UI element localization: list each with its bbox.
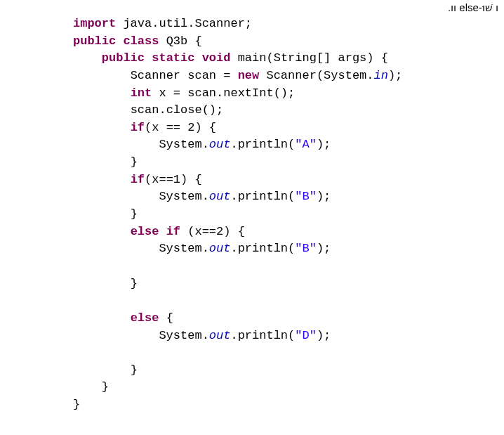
code-line: else { (73, 311, 173, 325)
code-line: } (73, 380, 109, 394)
keyword-public: public (102, 51, 145, 65)
indent (73, 155, 131, 169)
code-line: else if (x==2) { (73, 225, 245, 238)
code-text: ); (317, 190, 331, 203)
indent (73, 86, 131, 100)
code-text: } (131, 207, 138, 221)
indent (73, 225, 131, 238)
field-out: out (209, 138, 231, 151)
page-header-fragment: .וו else-ו שׁוּ (448, 0, 498, 15)
code-text: .println( (230, 329, 295, 342)
code-text: Scanner(System. (259, 69, 373, 82)
code-line: if(x == 2) { (73, 121, 216, 134)
field-out: out (209, 242, 231, 255)
indent (73, 363, 131, 377)
code-text: (x==2) { (180, 225, 245, 238)
code-block: import java.util.Scanner; public class Q… (0, 0, 504, 414)
keyword-if: if (131, 121, 145, 134)
code-text (116, 34, 123, 48)
code-text: System. (159, 329, 208, 342)
keyword-int: int (131, 86, 152, 100)
code-text: ); (317, 242, 331, 255)
indent (73, 207, 131, 221)
code-text: } (131, 277, 138, 290)
string-literal: "A" (295, 138, 317, 151)
indent (73, 277, 131, 290)
keyword-void: void (202, 51, 231, 65)
code-text: } (73, 398, 80, 411)
code-text: { (159, 311, 173, 325)
code-line: System.out.println("D"); (73, 329, 331, 342)
code-text: System. (159, 242, 208, 255)
indent (73, 242, 159, 255)
code-line: } (73, 155, 138, 169)
code-text: (x==1) { (145, 173, 202, 186)
keyword-static: static (152, 51, 194, 65)
code-text: ); (317, 329, 331, 342)
indent (73, 69, 131, 82)
string-literal: "D" (295, 329, 317, 342)
code-line: public class Q3b { (73, 34, 202, 48)
field-out: out (209, 190, 231, 203)
code-text: .println( (230, 190, 295, 203)
code-text: x = scan.nextInt(); (152, 86, 295, 100)
field-in: in (374, 69, 388, 82)
code-text: java.util.Scanner; (116, 17, 252, 30)
code-line: } (73, 207, 138, 221)
indent (73, 190, 159, 203)
code-line: } (73, 277, 138, 290)
code-text: Scanner scan = (131, 69, 238, 82)
code-text: } (131, 363, 138, 377)
code-text: Q3b { (159, 34, 201, 48)
string-literal: "B" (295, 242, 317, 255)
code-text: main(String[] args) { (230, 51, 387, 65)
indent (73, 103, 131, 117)
code-line: } (73, 363, 138, 377)
keyword-import: import (73, 17, 116, 30)
keyword-else: else (131, 311, 159, 325)
code-line: public static void main(String[] args) { (73, 51, 388, 65)
indent (73, 380, 102, 394)
code-line: if(x==1) { (73, 173, 202, 186)
code-line: Scanner scan = new Scanner(System.in); (73, 69, 402, 82)
code-text (194, 51, 201, 65)
code-text: System. (159, 190, 208, 203)
indent (73, 121, 131, 134)
keyword-if: if (131, 173, 145, 186)
keyword-public: public (73, 34, 116, 48)
code-line: } (73, 398, 80, 411)
code-line: import java.util.Scanner; (73, 17, 252, 30)
code-line: System.out.println("A"); (73, 138, 331, 151)
indent (73, 51, 102, 65)
indent (73, 173, 131, 186)
code-text: .println( (230, 138, 295, 151)
code-text: ); (388, 69, 402, 82)
code-text: System. (159, 138, 208, 151)
code-text: (x == 2) { (145, 121, 216, 134)
code-text: .println( (230, 242, 295, 255)
keyword-if: if (166, 225, 180, 238)
code-text: scan.close(); (131, 103, 224, 117)
code-line: scan.close(); (73, 103, 223, 117)
keyword-class: class (123, 34, 159, 48)
code-text: ); (317, 138, 331, 151)
keyword-else: else (131, 225, 159, 238)
keyword-new: new (238, 69, 260, 82)
code-line: int x = scan.nextInt(); (73, 86, 295, 100)
code-text: } (131, 155, 138, 169)
code-text (159, 225, 166, 238)
field-out: out (209, 329, 231, 342)
code-text: } (102, 380, 109, 394)
code-line: System.out.println("B"); (73, 242, 331, 255)
indent (73, 311, 131, 325)
indent (73, 329, 159, 342)
string-literal: "B" (295, 190, 317, 203)
code-text (145, 51, 152, 65)
indent (73, 138, 159, 151)
code-line: System.out.println("B"); (73, 190, 331, 203)
